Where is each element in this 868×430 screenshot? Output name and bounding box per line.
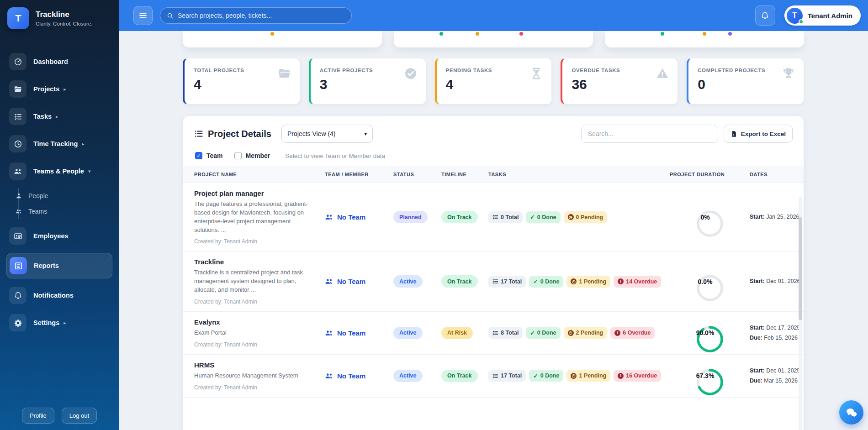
- alert-icon: !: [618, 373, 624, 379]
- table-row-trackline[interactable]: Trackline Trackline is a centralized pro…: [183, 252, 804, 312]
- project-description: Exam Portal: [194, 329, 312, 337]
- hamburger-menu-button[interactable]: [133, 6, 153, 25]
- user-menu[interactable]: T Tenant Admin: [784, 5, 861, 26]
- column-header-dates: DATES: [745, 166, 804, 183]
- chat-fab-button[interactable]: [839, 400, 863, 425]
- table-row-project-plan-manager[interactable]: Project plan manager The page features a…: [183, 183, 804, 252]
- dates-cell: Start: Dec 01, 2026: [745, 270, 804, 293]
- gear-icon: [14, 319, 22, 327]
- sidebar-footer: ProfileLog out: [0, 408, 119, 424]
- team-icon: [325, 372, 333, 380]
- project-name: Trackline: [194, 258, 312, 266]
- brand: T Trackline Clarity. Control. Closure.: [0, 0, 119, 34]
- avatar: T: [787, 8, 803, 24]
- export-to-excel-button[interactable]: x Export to Excel: [724, 125, 793, 143]
- list-icon: [194, 129, 203, 138]
- project-name: Evalynx: [194, 318, 312, 326]
- table-search-input[interactable]: [581, 125, 718, 143]
- svg-text:x: x: [733, 133, 734, 136]
- notifications-button[interactable]: [755, 5, 775, 26]
- profile-button[interactable]: Profile: [22, 408, 54, 424]
- duration-ring: 67.3%: [690, 361, 720, 391]
- chevron-right-icon: ▸: [82, 141, 85, 147]
- sidebar-item-employees[interactable]: Employees: [6, 225, 112, 246]
- stat-card-total-projects: TOTAL PROJECTS 4: [183, 58, 300, 105]
- check-icon: ✓: [533, 372, 538, 379]
- duration-ring: 90.0%: [690, 318, 720, 348]
- dashboard-icon: [14, 58, 22, 66]
- status-badge: Planned: [393, 211, 428, 223]
- column-header-status: STATUS: [389, 166, 437, 183]
- legend-dot: [439, 32, 443, 36]
- cutoff-chart-cards: [183, 31, 804, 47]
- table-row-hrms[interactable]: HRMS Human Resource Management System Cr…: [183, 355, 804, 398]
- table-scrollbar[interactable]: [799, 197, 802, 430]
- duration-ring: 0%: [690, 202, 720, 232]
- team-checkbox[interactable]: ✓: [195, 152, 202, 159]
- team-cell: No Team: [320, 365, 389, 387]
- checklist-icon: [492, 278, 498, 284]
- sidebar-item-tasks[interactable]: Tasks ▸: [6, 106, 112, 127]
- dates-cell: Start: Jan 25, 2026: [745, 205, 804, 229]
- global-search-input[interactable]: [178, 12, 345, 19]
- status-cell: Active: [389, 269, 437, 294]
- duration-ring: 0.0%: [690, 267, 720, 297]
- column-header-tasks: TASKS: [484, 166, 665, 183]
- sidebar-item-time-tracking[interactable]: Time Tracking ▸: [6, 133, 112, 154]
- team-cell: No Team: [320, 322, 389, 344]
- sidebar-subitem-teams[interactable]: Teams: [15, 204, 119, 219]
- clock-icon: ◷: [568, 330, 574, 336]
- tasks-total-badge: 17 Total: [488, 276, 526, 288]
- project-description: Trackline is a centralized project and t…: [194, 268, 312, 294]
- sidebar-item-projects[interactable]: Projects ▸: [6, 79, 112, 100]
- sidebar-item-dashboard[interactable]: Dashboard: [6, 51, 112, 72]
- stat-card-active-projects: ACTIVE PROJECTS 3: [309, 58, 426, 105]
- chevron-right-icon: ▸: [64, 320, 66, 326]
- stat-card-pending-tasks: PENDING TASKS 4: [435, 58, 552, 105]
- people-icon: [14, 167, 22, 176]
- team-icon: [15, 207, 23, 215]
- tasks-cell: 0 Total ✓0 Done ◷0 Pending: [484, 205, 665, 230]
- checklist-icon: [492, 330, 498, 336]
- idcard-icon: [14, 232, 22, 241]
- team-cell: No Team: [320, 271, 389, 292]
- status-badge: Active: [393, 275, 423, 288]
- projects-view-select[interactable]: Projects View (4) ▾: [281, 125, 373, 143]
- table-row-evalynx[interactable]: Evalynx Exam Portal Created by: Tenant A…: [183, 312, 804, 355]
- tasks-total-badge: 0 Total: [488, 211, 523, 223]
- scrollbar-thumb[interactable]: [799, 217, 802, 320]
- chevron-down-icon: ▾: [88, 168, 91, 174]
- log-out-button[interactable]: Log out: [62, 408, 97, 424]
- timeline-badge: At Risk: [441, 327, 473, 339]
- project-description: The page features a professional, gradie…: [194, 200, 312, 234]
- app-tagline: Clarity. Control. Closure.: [36, 21, 92, 26]
- dates-cell: Start: Dec 01, 2025 Due: Mar 15, 2026: [745, 359, 804, 393]
- global-search: [160, 7, 352, 24]
- sidebar-subitem-people[interactable]: People: [15, 188, 119, 204]
- filter-hint: Select to view Team or Member data: [285, 152, 385, 159]
- sidebar-item-settings[interactable]: Settings ▸: [6, 312, 112, 333]
- cutoff-card-3: [605, 31, 804, 47]
- warning-icon: [656, 67, 669, 80]
- timeline-badge: On Track: [441, 370, 478, 382]
- project-name: Project plan manager: [194, 189, 312, 197]
- tasks-done-badge: ✓0 Done: [529, 276, 563, 288]
- timeline-cell: On Track: [437, 363, 484, 388]
- legend-dot: [728, 32, 732, 36]
- section-title: Project Details: [194, 129, 271, 139]
- sidebar-item-reports[interactable]: Reports: [6, 253, 112, 278]
- app-logo[interactable]: T: [7, 7, 29, 29]
- legend-dot: [519, 32, 523, 36]
- sidebar-nav: Dashboard Projects ▸ Tasks ▸ Time Tracki…: [0, 51, 119, 333]
- project-created-by: Created by: Tenant Admin: [194, 238, 312, 245]
- sidebar-item-teams-people[interactable]: Teams & People ▾: [6, 161, 112, 182]
- hamburger-icon: [138, 11, 148, 20]
- tasks-overdue-badge: !16 Overdue: [614, 370, 661, 382]
- tasks-cell: 17 Total ✓0 Done ◷1 Pending !16 Overdue: [484, 363, 665, 388]
- sidebar-item-notifications[interactable]: Notifications: [6, 285, 112, 306]
- member-checkbox[interactable]: [234, 152, 242, 159]
- table-body: Project plan manager The page features a…: [183, 183, 804, 398]
- stat-card-overdue-tasks: OVERDUE TASKS 36: [561, 58, 678, 105]
- checklist-icon: [492, 214, 498, 220]
- project-name: HRMS: [194, 361, 312, 369]
